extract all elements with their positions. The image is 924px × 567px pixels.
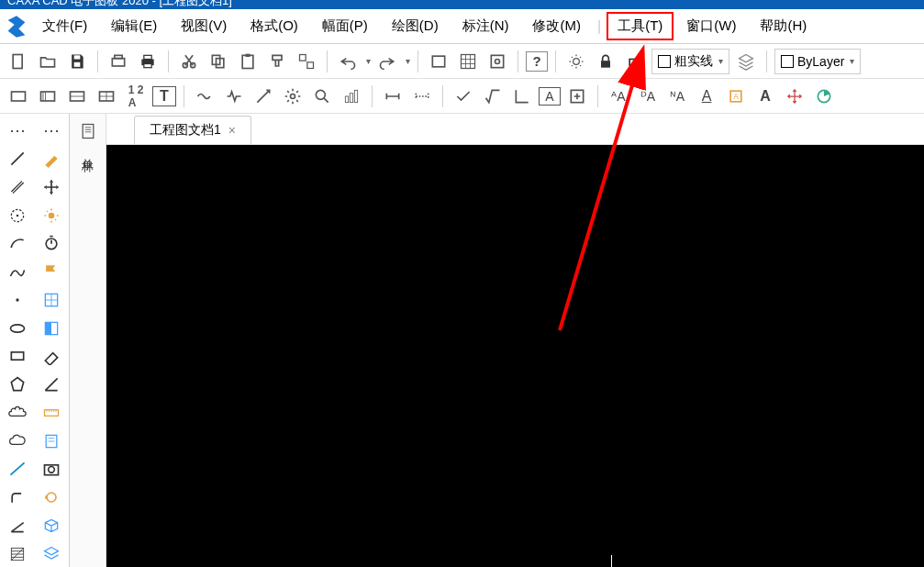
bar-button[interactable] <box>339 83 364 109</box>
sqrt-button[interactable] <box>480 83 506 109</box>
menu-annotate[interactable]: 标注(N) <box>451 12 520 40</box>
move-button[interactable] <box>782 83 807 109</box>
tab-close-icon[interactable]: × <box>228 123 236 138</box>
a-under-button[interactable]: A <box>694 83 719 109</box>
menu-modify[interactable]: 修改(M) <box>521 12 592 40</box>
linetype-dropdown[interactable]: 粗实线 ▾ <box>651 49 729 74</box>
print-preview-button[interactable] <box>106 49 131 74</box>
palette-col-2: ⋯ <box>35 114 70 567</box>
balloon-button[interactable] <box>309 83 335 109</box>
paste-button[interactable] <box>235 49 261 74</box>
a-bold-button[interactable]: A <box>752 83 778 109</box>
revcloud-tool-button[interactable] <box>4 400 31 427</box>
layers-blue-icon[interactable] <box>38 540 65 567</box>
document-tab[interactable]: 工程图文档1 × <box>134 116 251 144</box>
gear-button[interactable] <box>280 83 306 109</box>
ellipse-tool-button[interactable] <box>4 315 31 341</box>
menu-tools[interactable]: 工具(T) <box>607 12 674 40</box>
arc-tool-button[interactable] <box>4 230 31 257</box>
spline-tool-button[interactable] <box>4 259 31 285</box>
undo-button[interactable] <box>335 49 361 74</box>
elbow-tool-button[interactable] <box>4 484 31 511</box>
menu-format[interactable]: 格式(O) <box>239 12 309 40</box>
hdim-button[interactable] <box>380 83 406 109</box>
text-button[interactable]: T <box>152 86 176 106</box>
menu-window[interactable]: 窗口(W) <box>675 12 747 40</box>
circle-tool-button[interactable] <box>4 202 31 228</box>
drawing-canvas[interactable] <box>106 145 924 567</box>
rect-tool-button[interactable] <box>4 343 31 370</box>
line-tool-button[interactable] <box>4 146 31 172</box>
format-brush-button[interactable] <box>264 49 290 74</box>
half-blue-icon[interactable] <box>38 315 65 341</box>
open-file-button[interactable] <box>35 49 61 74</box>
cut-button[interactable] <box>176 49 202 74</box>
layout1-button[interactable] <box>64 83 90 109</box>
lock-icon[interactable] <box>593 49 618 74</box>
stopwatch-icon[interactable] <box>38 230 65 257</box>
angle-icon[interactable] <box>38 372 65 398</box>
vdim-button[interactable] <box>409 83 435 109</box>
pencil-icon[interactable] <box>38 146 65 172</box>
preview-button[interactable] <box>484 49 510 74</box>
camera-icon[interactable] <box>38 456 65 483</box>
table-button[interactable] <box>426 49 451 74</box>
print-button[interactable] <box>135 49 161 74</box>
pie-icon[interactable] <box>811 83 837 109</box>
menu-file[interactable]: 文件(F) <box>31 12 98 40</box>
textstyle2-button[interactable]: ᴰA <box>635 83 661 109</box>
point-tool-button[interactable] <box>4 287 31 314</box>
redo-button[interactable] <box>374 49 400 74</box>
flag-icon[interactable] <box>38 259 65 285</box>
check-button[interactable] <box>451 83 476 109</box>
grid-blue-icon[interactable] <box>38 287 65 314</box>
dots2-icon[interactable]: ⋯ <box>38 117 65 144</box>
menu-help[interactable]: 帮助(H) <box>749 12 818 40</box>
sun-icon[interactable] <box>563 49 589 74</box>
dots-icon[interactable]: ⋯ <box>4 117 31 144</box>
cloud2-tool-button[interactable] <box>4 428 31 454</box>
new-file-button[interactable] <box>6 49 31 74</box>
number-button[interactable]: 1 2A <box>123 83 149 109</box>
dimension-button[interactable] <box>250 83 276 109</box>
grid-button[interactable] <box>455 49 481 74</box>
cube-icon[interactable] <box>38 513 65 539</box>
match-props-button[interactable] <box>294 49 319 74</box>
layer-dropdown[interactable]: ByLayer ▾ <box>774 49 861 74</box>
move-cross-icon[interactable] <box>38 174 65 201</box>
wave-button[interactable] <box>192 83 217 109</box>
ortho-button[interactable] <box>509 83 535 109</box>
layer-manager-button[interactable] <box>733 49 759 74</box>
copy-button[interactable] <box>206 49 231 74</box>
menu-page[interactable]: 幅面(P) <box>311 12 379 40</box>
hatch-tool-button[interactable] <box>4 540 31 567</box>
print-small-icon[interactable] <box>622 49 648 74</box>
menu-view[interactable]: 视图(V) <box>170 12 238 40</box>
menu-draw[interactable]: 绘图(D) <box>381 12 450 40</box>
menu-edit[interactable]: 编辑(E) <box>100 12 168 40</box>
text-a-button[interactable]: A <box>539 87 561 106</box>
construction-line-button[interactable] <box>4 456 31 483</box>
layout2-button[interactable] <box>94 83 119 109</box>
sun-yellow-icon[interactable] <box>38 202 65 228</box>
pulse-button[interactable] <box>221 83 247 109</box>
polygon-tool-button[interactable] <box>4 372 31 398</box>
strip-doc-icon[interactable] <box>76 119 100 143</box>
save-button[interactable] <box>64 49 90 74</box>
loop-icon[interactable] <box>38 484 65 511</box>
undo-dropdown-icon[interactable]: ▾ <box>366 56 371 66</box>
textstyle3-button[interactable]: ᴺA <box>664 83 690 109</box>
erase-icon[interactable] <box>38 343 65 370</box>
parallel-line-button[interactable] <box>4 174 31 201</box>
note-icon[interactable] <box>38 428 65 454</box>
help-button[interactable]: ? <box>526 51 548 72</box>
a-ref-icon[interactable]: A <box>723 83 749 109</box>
redo-dropdown-icon[interactable]: ▾ <box>406 56 410 66</box>
rect2-button[interactable] <box>35 83 61 109</box>
rect-button[interactable] <box>6 83 31 109</box>
plus-box-button[interactable] <box>564 83 590 109</box>
slope-tool-button[interactable] <box>4 513 31 539</box>
ruler-icon[interactable] <box>38 400 65 427</box>
textstyle1-button[interactable]: ᴬA <box>606 83 631 109</box>
svg-point-27 <box>291 94 295 98</box>
